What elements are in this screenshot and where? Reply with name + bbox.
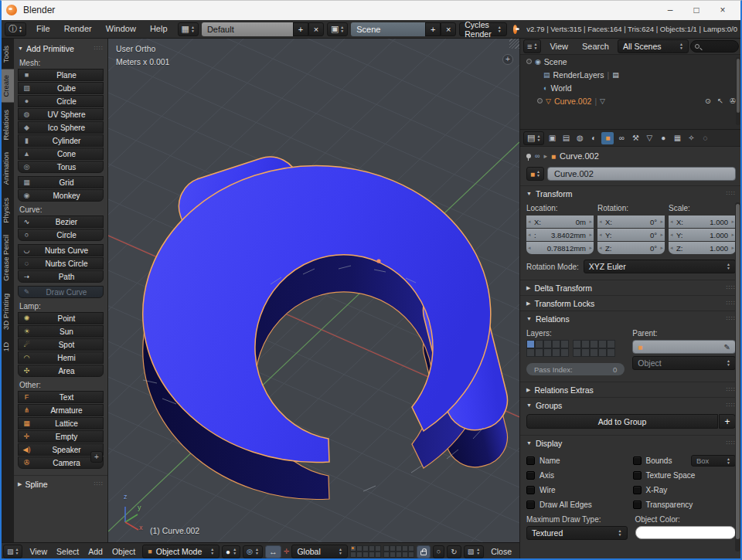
- layer-cell[interactable]: [535, 348, 543, 357]
- layer-cell[interactable]: [362, 552, 369, 558]
- rotation-x-field[interactable]: X:0°: [597, 216, 665, 228]
- layer-cell[interactable]: [408, 545, 414, 552]
- layer-cell[interactable]: [590, 340, 598, 348]
- checkbox[interactable]: [633, 456, 642, 465]
- region-expand-button[interactable]: +: [502, 54, 513, 65]
- rotation-y-field[interactable]: Y:0°: [597, 229, 665, 241]
- transform-locks-header[interactable]: ▶ Transform Locks ∷∷: [520, 296, 742, 311]
- display-mode-dropdown[interactable]: All Scenes: [618, 39, 689, 53]
- display-header[interactable]: ▼ Display ∷∷: [520, 436, 742, 450]
- mode-dropdown[interactable]: ■ Object Mode: [142, 545, 220, 558]
- menu-item[interactable]: Object: [107, 543, 140, 560]
- layer-cell[interactable]: [552, 348, 560, 357]
- new-group-button[interactable]: +: [719, 414, 736, 429]
- shelf-button[interactable]: FText: [18, 391, 104, 403]
- manipulator-toggle[interactable]: ↔: [265, 545, 281, 558]
- viewport-shading-dropdown[interactable]: ●: [222, 545, 240, 558]
- rotation-z-field[interactable]: Z:0°: [597, 242, 665, 254]
- layer-cell[interactable]: [535, 340, 543, 348]
- render-layers-tab-icon[interactable]: ▤: [560, 132, 572, 144]
- outliner-row-renderlayers[interactable]: ▤ RenderLayers | ▤: [520, 68, 742, 81]
- checkbox[interactable]: [526, 456, 535, 465]
- layer-cell[interactable]: [350, 552, 356, 558]
- proportional-edit-button[interactable]: ↻: [447, 545, 461, 558]
- layer-cell[interactable]: [598, 340, 607, 348]
- toolshelf-tab[interactable]: Animation: [0, 147, 14, 190]
- menu-item[interactable]: Select: [52, 543, 83, 560]
- layer-cell[interactable]: [573, 348, 581, 357]
- shelf-button[interactable]: ◎Torus: [18, 161, 104, 173]
- id-type-dropdown[interactable]: ■: [526, 167, 544, 181]
- shelf-button[interactable]: ○Circle: [18, 229, 104, 241]
- groups-header[interactable]: ▼ Groups ∷∷: [520, 398, 742, 412]
- shelf-button[interactable]: ◉Monkey: [18, 189, 104, 202]
- shelf-button[interactable]: ◠Hemi: [18, 351, 104, 364]
- scene-selector-icon-button[interactable]: ▣: [327, 22, 348, 36]
- maximize-button[interactable]: □: [683, 1, 710, 20]
- delete-scene-button[interactable]: ×: [441, 22, 456, 36]
- render-engine-dropdown[interactable]: Cycles Render: [459, 22, 506, 36]
- pass-index-field[interactable]: Pass Index: 0: [526, 363, 625, 375]
- editor-type-selector[interactable]: ⓘ: [5, 22, 26, 36]
- layer-cell[interactable]: [607, 348, 615, 357]
- outliner-row-scene[interactable]: ◉ Scene: [520, 55, 742, 68]
- checkbox[interactable]: [526, 471, 535, 480]
- spline-panel-header[interactable]: ▶ Spline ∷∷: [18, 477, 104, 490]
- layer-cell[interactable]: [573, 340, 581, 348]
- scale-x-field[interactable]: X:1.000: [669, 216, 736, 228]
- menu-item[interactable]: Window: [99, 20, 143, 38]
- layer-cell[interactable]: [369, 552, 375, 558]
- pin-icon[interactable]: [526, 154, 531, 158]
- layer-cell[interactable]: [402, 552, 408, 558]
- delta-transform-header[interactable]: ▶ Delta Transform ∷∷: [520, 280, 742, 295]
- shelf-button[interactable]: ◆Ico Sphere: [18, 121, 104, 134]
- layer-cell[interactable]: [543, 340, 552, 348]
- layer-cell[interactable]: [383, 552, 390, 558]
- layer-cell[interactable]: [560, 348, 569, 357]
- layer-cell[interactable]: [581, 340, 590, 348]
- snap-toggle[interactable]: ○: [433, 545, 444, 558]
- add-layout-button[interactable]: +: [293, 22, 308, 36]
- checkbox[interactable]: [526, 501, 535, 509]
- area-resize-grip[interactable]: [509, 39, 519, 49]
- pivot-point-dropdown[interactable]: ◎: [243, 545, 263, 558]
- layout-name-field[interactable]: Default: [202, 22, 293, 36]
- relations-header[interactable]: ▼ Relations ∷∷: [520, 311, 742, 326]
- outliner-scrollbar[interactable]: [736, 57, 740, 125]
- checkbox[interactable]: [633, 486, 642, 494]
- layer-cell[interactable]: [396, 552, 402, 558]
- menu-item[interactable]: View: [543, 38, 575, 56]
- constraints-tab-icon[interactable]: ∞: [615, 132, 628, 144]
- checkbox[interactable]: [633, 501, 642, 509]
- delete-layout-button[interactable]: ×: [308, 22, 324, 36]
- shelf-button[interactable]: ▦Grid: [18, 176, 104, 188]
- outliner-row-world[interactable]: ◐ World: [520, 81, 742, 94]
- scene-tab-icon[interactable]: ◍: [574, 132, 586, 144]
- menu-item[interactable]: Add: [83, 543, 107, 560]
- menu-item[interactable]: Render: [57, 20, 99, 38]
- scene-lock-toggle[interactable]: [417, 545, 431, 558]
- layer-cell[interactable]: [356, 552, 362, 558]
- layer-cell[interactable]: [390, 545, 396, 552]
- shelf-button[interactable]: ▧Cube: [18, 82, 104, 94]
- checkbox[interactable]: [526, 486, 535, 494]
- layer-cell[interactable]: [598, 348, 607, 357]
- expand-toggle-icon[interactable]: [537, 98, 543, 104]
- shelf-button[interactable]: ◍UV Sphere: [18, 108, 104, 120]
- location-x-field[interactable]: X:0m: [526, 216, 594, 228]
- object-name-field[interactable]: Curve.002: [547, 167, 736, 181]
- add-to-group-button[interactable]: Add to Group: [526, 414, 718, 429]
- viewport-3d[interactable]: User Ortho Meters x 0.001 (1) Curve.002 …: [108, 39, 519, 542]
- shelf-button[interactable]: ☀Sun: [18, 325, 104, 338]
- layer-cell[interactable]: [607, 340, 615, 348]
- shelf-button[interactable]: ✛Empty: [18, 430, 104, 443]
- layer-cell[interactable]: [560, 340, 569, 348]
- shelf-button[interactable]: ✺Point: [18, 312, 104, 324]
- layer-cell[interactable]: [543, 348, 552, 357]
- transform-panel-header[interactable]: ▼ Transform ∷∷: [520, 186, 742, 201]
- world-tab-icon[interactable]: ◐: [587, 132, 600, 144]
- toolshelf-tab[interactable]: Create: [0, 70, 14, 103]
- relations-extras-header[interactable]: ▶ Relations Extras ∷∷: [520, 382, 742, 397]
- editor-type-selector[interactable]: ▤: [523, 131, 544, 145]
- material-tab-icon[interactable]: ●: [657, 132, 669, 144]
